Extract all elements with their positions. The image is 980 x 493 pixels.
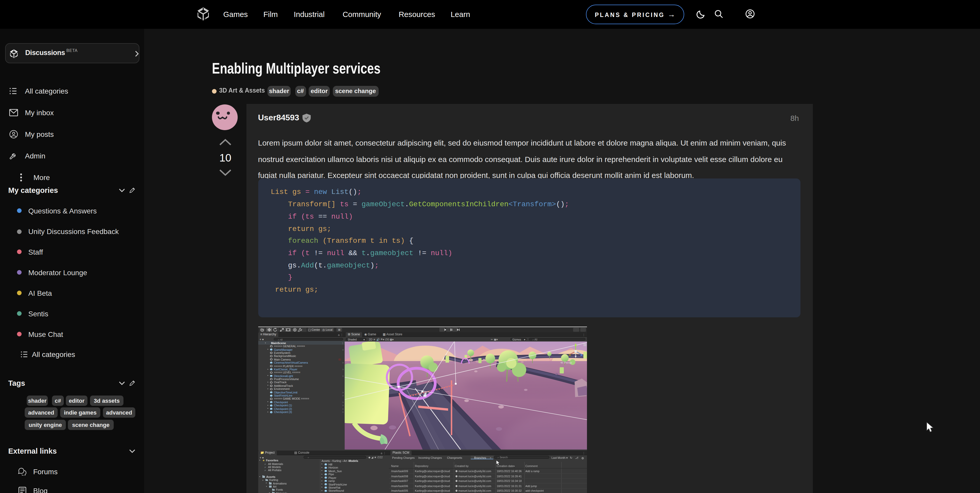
svg-text:≪ Persp: ≪ Persp xyxy=(560,361,572,364)
